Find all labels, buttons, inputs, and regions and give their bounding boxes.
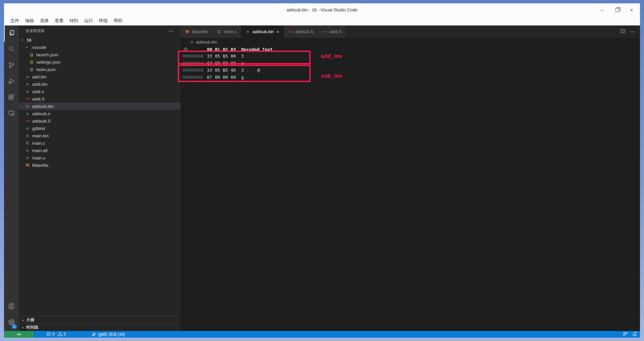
tab-addi-s[interactable]: ASM addi.S <box>318 25 345 38</box>
sidebar-header: 资源管理器 ⋯ <box>19 25 180 36</box>
activity-explorer-button[interactable] <box>4 25 19 42</box>
asm-file-icon: ASM <box>288 31 293 33</box>
status-bar: >< 0 0 (gdb) 启动 (16) <box>4 331 640 338</box>
binary-file-icon: ≡ <box>24 111 31 116</box>
tree-item-addi-bin[interactable]: ≡ addi.bin <box>19 80 180 88</box>
menu-item-edit[interactable]: 编辑 <box>22 17 37 25</box>
menu-item-terminal[interactable]: 终端 <box>96 17 111 25</box>
tab-bar: M Makefile C main.c ≡ addsub.bin × ASM <box>180 25 640 38</box>
hex-editor: 00 01 02 03 Decoded Text 00000000 33 05 … <box>180 46 640 331</box>
split-editor-icon[interactable] <box>620 28 626 36</box>
source-control-icon <box>7 61 15 70</box>
window-title: addsub.bin - 16 - Visual Studio Code <box>286 7 358 12</box>
tree-item-addsub-bin[interactable]: ≡ addsub.bin <box>19 103 180 110</box>
tree-item-settings-json[interactable]: {} settings.json <box>19 58 180 66</box>
binary-file-icon: ≡ <box>24 155 31 160</box>
binary-file-icon: ≡ <box>24 104 31 109</box>
minimize-button[interactable]: – <box>598 6 606 13</box>
tree-item-add-bin[interactable]: ≡ add.bin <box>19 73 180 80</box>
tree-item-addsub-o[interactable]: ≡ addsub.o <box>19 110 180 117</box>
annotation-box-add-ins <box>178 51 311 64</box>
menu-item-view[interactable]: 查看 <box>52 17 66 25</box>
makefile-icon: M <box>24 163 31 167</box>
tree-item-main-bin[interactable]: ≡ main.bin <box>19 132 180 139</box>
outline-label: 大纲 <box>26 317 34 323</box>
c-file-icon: C <box>216 29 222 34</box>
vscode-window: addsub.bin - 16 - Visual Studio Code – ×… <box>4 3 640 338</box>
tree-item-main-o[interactable]: ≡ main.o <box>19 154 180 161</box>
debug-start-icon <box>92 332 97 337</box>
warning-count: 0 <box>64 332 66 337</box>
chevron-right-icon: › <box>21 318 25 323</box>
close-button[interactable]: × <box>628 6 635 13</box>
tree-folder-vscode[interactable]: › .vscode <box>19 44 180 51</box>
status-right <box>622 331 637 338</box>
tab-addsub-bin[interactable]: ≡ addsub.bin × <box>241 25 283 38</box>
binary-file-icon: ≡ <box>24 148 31 153</box>
tab-makefile[interactable]: M Makefile <box>180 25 212 38</box>
menu-item-help[interactable]: 帮助 <box>111 17 125 25</box>
activity-remote-explorer-button[interactable] <box>4 106 19 122</box>
menu-item-file[interactable]: 文件 <box>7 17 22 25</box>
tree-item-makefile[interactable]: M Makefile <box>19 161 180 169</box>
account-icon <box>7 302 15 312</box>
notifications-bell-icon[interactable] <box>632 331 637 338</box>
activity-source-control-button[interactable] <box>4 58 19 74</box>
maximize-icon <box>615 8 619 12</box>
remote-explorer-icon <box>7 109 15 119</box>
breadcrumb[interactable]: ≡ addsub.bin <box>180 38 640 46</box>
binary-file-icon: ≡ <box>190 40 194 45</box>
menu-item-run[interactable]: 运行 <box>81 17 96 25</box>
makefile-icon: M <box>184 29 190 34</box>
problems-status-item[interactable]: 0 0 <box>46 332 66 337</box>
feedback-icon[interactable] <box>622 331 628 338</box>
debug-label: (gdb) 启动 (16) <box>98 332 125 337</box>
tree-item-main-c[interactable]: C main.c <box>19 139 180 147</box>
tree-item-addi-o[interactable]: ≡ addi.o <box>19 88 180 95</box>
more-actions-icon[interactable]: ⋯ <box>630 28 635 35</box>
editor-actions: ⋯ <box>620 25 635 38</box>
chevron-right-icon: › <box>21 325 25 330</box>
more-actions-icon[interactable]: ⋯ <box>168 28 174 34</box>
tree-root-folder[interactable]: › 16 <box>19 36 180 44</box>
asm-file-icon: ASM <box>24 98 31 100</box>
tree-item-addsub-s[interactable]: ASM addsub.S <box>19 117 180 125</box>
activity-run-debug-button[interactable] <box>4 74 19 90</box>
chevron-down-icon: › <box>20 38 25 42</box>
tree-item-main-elf[interactable]: ≡ main.elf <box>19 147 180 154</box>
tree-item-gdbinit[interactable]: ≡ gdbinit <box>19 125 180 132</box>
sidebar-title: 资源管理器 <box>25 28 45 33</box>
workbench: 1 资源管理器 ⋯ › 16 › .vscode <box>4 25 640 331</box>
timeline-label: 时间线 <box>26 325 38 330</box>
json-file-icon: {} <box>29 53 35 57</box>
timeline-section-header[interactable]: › 时间线 <box>19 324 180 331</box>
explorer-sidebar: 资源管理器 ⋯ › 16 › .vscode {} launch.json <box>19 25 180 331</box>
chevron-down-icon: › <box>24 45 29 49</box>
activity-account-button[interactable] <box>4 299 19 315</box>
activity-search-button[interactable] <box>4 42 19 58</box>
binary-file-icon: ≡ <box>24 126 31 131</box>
tab-addsub-s[interactable]: ASM addsub.S <box>284 25 318 38</box>
editor-group: M Makefile C main.c ≡ addsub.bin × ASM <box>180 25 640 331</box>
tree-item-addi-s[interactable]: ASM addi.S <box>19 95 180 103</box>
annotation-label-add-ins: add_ins <box>321 53 342 60</box>
tree-item-launch-json[interactable]: {} launch.json <box>19 51 180 58</box>
asm-file-icon: ASM <box>24 120 31 122</box>
activity-extensions-button[interactable] <box>4 90 19 106</box>
tab-main-c[interactable]: C main.c <box>212 25 240 38</box>
activity-bar: 1 <box>4 25 19 331</box>
debug-status-item[interactable]: (gdb) 启动 (16) <box>92 332 125 337</box>
close-icon: × <box>630 7 633 13</box>
remote-indicator[interactable]: >< <box>4 331 34 338</box>
tab-close-icon[interactable]: × <box>276 29 279 35</box>
tree-item-tasks-json[interactable]: {} tasks.json <box>19 66 180 73</box>
menu-item-selection[interactable]: 选择 <box>37 17 52 25</box>
maximize-button[interactable] <box>613 6 621 13</box>
json-file-icon: {} <box>29 67 35 71</box>
activity-settings-button[interactable]: 1 <box>4 315 19 331</box>
outline-section-header[interactable]: › 大纲 <box>19 316 180 324</box>
menubar: 文件 编辑 选择 查看 转到 运行 终端 帮助 <box>4 16 640 25</box>
breadcrumb-file: addsub.bin <box>196 40 217 45</box>
settings-badge: 1 <box>12 324 17 329</box>
menu-item-go[interactable]: 转到 <box>66 17 81 25</box>
